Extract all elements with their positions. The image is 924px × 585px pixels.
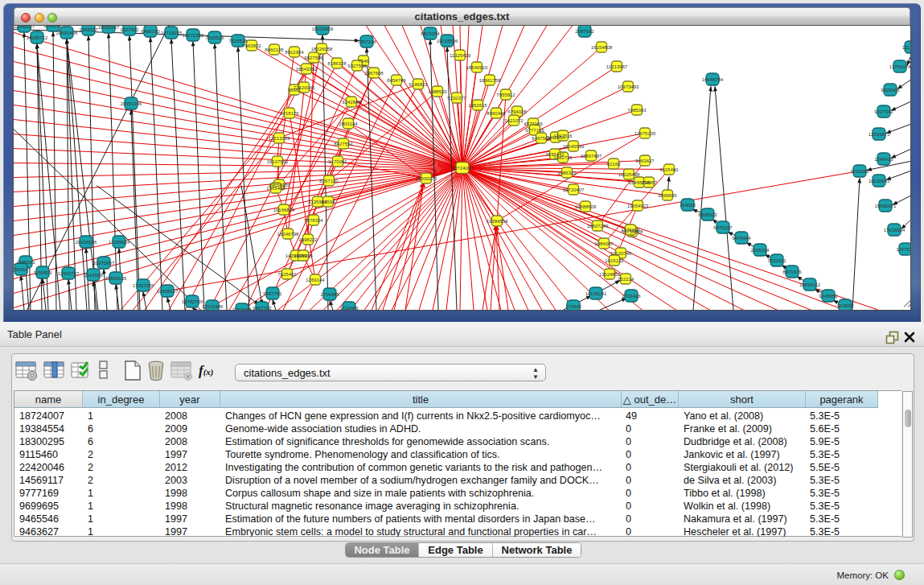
svg-text:7485063: 7485063: [627, 108, 647, 113]
svg-text:17016504: 17016504: [884, 228, 906, 233]
svg-text:16107552: 16107552: [267, 159, 289, 164]
svg-text:10120746: 10120746: [610, 251, 632, 256]
svg-text:3215958: 3215958: [850, 169, 869, 174]
svg-text:16245549: 16245549: [563, 144, 585, 149]
svg-text:154957: 154957: [641, 180, 658, 185]
svg-text:13751074: 13751074: [889, 64, 910, 69]
svg-text:1588520: 1588520: [428, 89, 447, 94]
svg-text:2367608: 2367608: [364, 71, 384, 76]
svg-text:9115460: 9115460: [660, 167, 680, 172]
svg-text:10719155: 10719155: [161, 31, 183, 35]
svg-text:18807249: 18807249: [587, 224, 609, 229]
svg-text:8813054: 8813054: [421, 31, 440, 36]
svg-text:9777169: 9777169: [525, 128, 544, 133]
svg-text:6794028: 6794028: [507, 109, 527, 114]
svg-text:17359924: 17359924: [109, 240, 130, 245]
svg-text:1435061: 1435061: [16, 260, 35, 265]
svg-text:12975135: 12975135: [634, 131, 656, 136]
svg-text:19218506: 19218506: [437, 39, 458, 43]
svg-text:10973493: 10973493: [618, 84, 639, 89]
svg-text:16961758: 16961758: [479, 78, 501, 83]
svg-text:10958107: 10958107: [157, 289, 179, 294]
svg-text:9242848: 9242848: [342, 100, 361, 105]
svg-text:18226058: 18226058: [311, 47, 333, 51]
svg-text:8186328: 8186328: [327, 61, 347, 66]
svg-text:17957255: 17957255: [133, 283, 154, 288]
svg-text:1167534: 1167534: [897, 247, 910, 252]
svg-text:7955812: 7955812: [496, 93, 515, 97]
svg-text:1615132: 1615132: [605, 258, 624, 263]
svg-text:8267130: 8267130: [319, 179, 339, 183]
svg-text:1716485: 1716485: [320, 292, 339, 297]
svg-text:9474444: 9474444: [732, 236, 751, 241]
svg-text:12342737: 12342737: [58, 271, 80, 276]
svg-text:1080736: 1080736: [553, 155, 573, 160]
svg-text:8912954: 8912954: [285, 50, 304, 55]
svg-text:1065527: 1065527: [79, 27, 98, 32]
svg-text:7357224: 7357224: [357, 39, 376, 44]
svg-text:9457791: 9457791: [263, 291, 282, 296]
svg-text:39154: 39154: [14, 267, 28, 272]
svg-text:13654923: 13654923: [627, 204, 649, 208]
svg-text:1527602: 1527602: [120, 27, 139, 32]
svg-text:16543382: 16543382: [296, 67, 318, 72]
svg-text:2718176: 2718176: [280, 111, 299, 116]
svg-text:8990448: 8990448: [487, 111, 506, 116]
svg-text:9327508: 9327508: [347, 64, 367, 68]
svg-text:4577169: 4577169: [524, 122, 543, 126]
svg-text:1409938: 1409938: [294, 253, 313, 258]
svg-text:1156829: 1156829: [34, 270, 53, 275]
svg-text:12213369: 12213369: [269, 136, 290, 141]
svg-text:14055712: 14055712: [27, 35, 48, 40]
svg-text:2935114: 2935114: [751, 248, 770, 253]
svg-text:924565: 924565: [837, 303, 854, 308]
svg-text:8660128: 8660128: [265, 47, 284, 52]
svg-text:20691406: 20691406: [56, 31, 78, 35]
svg-text:15692971: 15692971: [875, 204, 897, 208]
svg-text:5678334: 5678334: [304, 218, 323, 223]
svg-text:2069146: 2069146: [43, 26, 63, 28]
svg-text:1269144: 1269144: [306, 278, 325, 282]
svg-text:20206536: 20206536: [76, 240, 97, 245]
svg-text:1975692: 1975692: [621, 228, 640, 233]
svg-text:9170061: 9170061: [328, 159, 347, 164]
svg-text:9084067: 9084067: [594, 241, 614, 246]
svg-text:1486322: 1486322: [557, 171, 577, 175]
svg-text:12093873: 12093873: [869, 132, 890, 137]
svg-text:12505135: 12505135: [105, 276, 127, 281]
svg-text:3498222: 3498222: [298, 237, 318, 242]
svg-text:9463627: 9463627: [635, 159, 655, 163]
svg-text:12323486: 12323486: [202, 304, 224, 309]
svg-text:1297516: 1297516: [553, 134, 573, 138]
svg-text:9699695: 9699695: [658, 193, 677, 198]
svg-text:252214: 252214: [618, 277, 634, 282]
svg-text:9146821: 9146821: [409, 82, 428, 87]
svg-text:9457792: 9457792: [253, 306, 272, 311]
svg-text:20053346: 20053346: [121, 101, 142, 106]
svg-text:164095: 164095: [680, 203, 696, 208]
svg-text:10210643: 10210643: [869, 179, 890, 183]
svg-text:9827506: 9827506: [304, 56, 323, 60]
svg-text:16671355: 16671355: [183, 33, 204, 38]
svg-text:62160: 62160: [607, 162, 621, 167]
svg-text:1244419: 1244419: [874, 157, 893, 162]
svg-text:173342: 173342: [565, 304, 582, 309]
svg-text:1733426: 1733426: [622, 294, 641, 299]
svg-text:16046798: 16046798: [277, 232, 299, 237]
svg-text:7632621: 7632621: [767, 258, 786, 263]
svg-text:18640910: 18640910: [466, 65, 488, 70]
svg-text:7663822: 7663822: [242, 43, 261, 48]
svg-text:8454749: 8454749: [387, 78, 406, 83]
svg-text:33975867: 33975867: [93, 261, 115, 266]
svg-text:12213967: 12213967: [606, 64, 628, 69]
svg-text:10025438: 10025438: [618, 172, 640, 177]
svg-text:16782759: 16782759: [182, 299, 203, 304]
svg-text:1314519: 1314519: [84, 273, 103, 278]
svg-text:19384554: 19384554: [487, 219, 508, 224]
svg-text:7515526: 7515526: [205, 35, 224, 40]
svg-text:1716486: 1716486: [339, 306, 359, 311]
svg-text:2087682: 2087682: [575, 29, 594, 34]
svg-text:7625402: 7625402: [277, 272, 297, 277]
svg-text:11325419: 11325419: [450, 53, 471, 58]
svg-text:10688609: 10688609: [575, 204, 597, 209]
